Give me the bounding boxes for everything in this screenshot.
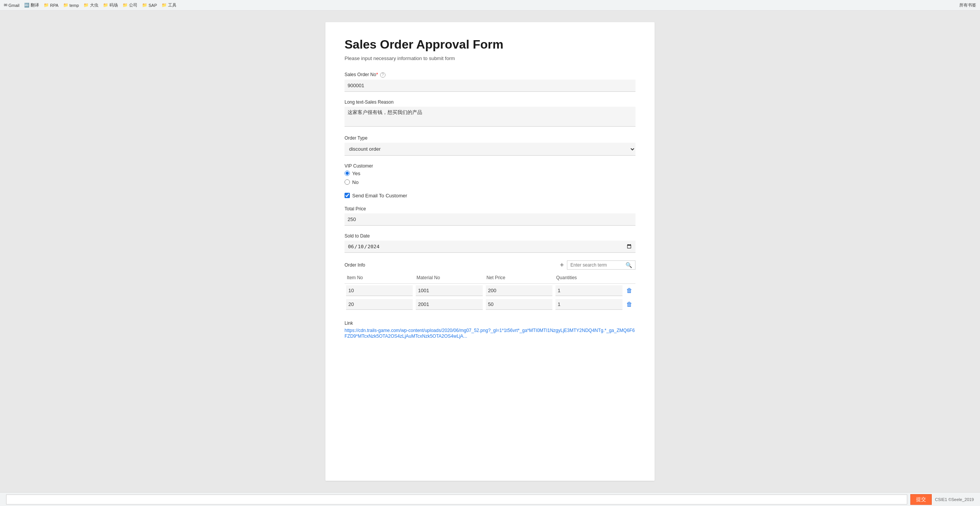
- help-icon[interactable]: ?: [380, 72, 385, 78]
- row1-delete-cell: 🗑: [624, 283, 635, 298]
- row1-quantities-input[interactable]: [555, 285, 622, 296]
- order-info-actions: + 🔍: [559, 260, 635, 270]
- row1-delete-button[interactable]: 🗑: [626, 286, 633, 295]
- submit-button[interactable]: 提交: [910, 494, 932, 505]
- vip-no-label: No: [352, 179, 359, 185]
- table-row: 🗑: [345, 283, 635, 298]
- folder-icon-temp: 📁: [63, 3, 69, 8]
- folder-icon-machang: 📁: [103, 3, 108, 8]
- col-actions: [624, 273, 635, 284]
- long-text-group: Long text-Sales Reason: [345, 99, 635, 128]
- row2-material-no-input[interactable]: [416, 299, 483, 310]
- bookmark-gmail[interactable]: ✉ Gmail: [4, 3, 20, 8]
- sales-order-no-input[interactable]: [345, 80, 635, 92]
- row2-quantities-cell: [554, 298, 624, 311]
- row1-item-no-input[interactable]: [346, 285, 413, 296]
- sold-to-date-label: Sold to Date: [345, 233, 635, 239]
- search-icon: 🔍: [626, 262, 632, 268]
- vip-no-radio[interactable]: [345, 179, 350, 185]
- folder-icon-rpa: 📁: [44, 3, 49, 8]
- send-email-label: Send Email To Customer: [352, 193, 407, 198]
- bookmark-machang[interactable]: 📁 码场: [103, 2, 118, 8]
- row1-net-price-cell: [484, 283, 554, 298]
- bottom-right-info: CSIE1 ©Seele_2019: [935, 497, 974, 502]
- order-info-group: Order Info + 🔍 Item No Material No: [345, 260, 635, 311]
- sold-to-date-input[interactable]: [345, 241, 635, 253]
- bottom-search-input[interactable]: [6, 495, 907, 504]
- table-row: 🗑: [345, 298, 635, 311]
- bookmark-tools[interactable]: 📁 工具: [162, 2, 176, 8]
- send-email-group: Send Email To Customer: [345, 193, 635, 198]
- row1-material-no-cell: [414, 283, 484, 298]
- row1-item-no-cell: [345, 283, 414, 298]
- folder-icon-dachong: 📁: [83, 3, 89, 8]
- bookmark-translate[interactable]: 🔤 翻译: [24, 2, 39, 8]
- row2-net-price-input[interactable]: [486, 299, 552, 310]
- vip-radio-group: Yes No: [345, 171, 635, 185]
- row2-delete-button[interactable]: 🗑: [626, 300, 633, 309]
- date-input-wrapper: [345, 241, 635, 253]
- long-text-input[interactable]: [345, 107, 635, 127]
- form-title: Sales Order Approval Form: [345, 37, 635, 52]
- vip-yes-radio[interactable]: [345, 171, 350, 176]
- vip-customer-group: VIP Customer Yes No: [345, 163, 635, 185]
- row2-quantities-input[interactable]: [555, 299, 622, 310]
- row1-quantities-cell: [554, 283, 624, 298]
- folder-icon-sap: 📁: [142, 3, 147, 8]
- total-price-input[interactable]: [345, 213, 635, 226]
- order-type-label: Order Type: [345, 135, 635, 141]
- browser-bar-right: 所有书签: [959, 2, 976, 8]
- link-url[interactable]: https://cdn.trails-game.com/wp-content/u…: [345, 328, 635, 339]
- browser-bar: ✉ Gmail 🔤 翻译 📁 RPA 📁 temp 📁 大虫 📁 码场 📁 公司…: [0, 0, 980, 11]
- bookmark-company[interactable]: 📁 公司: [122, 2, 137, 8]
- link-section: Link https://cdn.trails-game.com/wp-cont…: [345, 321, 635, 339]
- sales-order-no-group: Sales Order No* ?: [345, 72, 635, 92]
- total-price-label: Total Price: [345, 206, 635, 212]
- send-email-checkbox[interactable]: [345, 193, 350, 198]
- row2-net-price-cell: [484, 298, 554, 311]
- link-label: Link: [345, 321, 635, 326]
- row2-item-no-cell: [345, 298, 414, 311]
- order-table-header-row: Item No Material No Net Price Quantities: [345, 273, 635, 284]
- required-star: *: [376, 72, 378, 77]
- gmail-icon: ✉: [4, 3, 7, 8]
- all-bookmarks[interactable]: 所有书签: [959, 2, 976, 8]
- add-row-button[interactable]: +: [559, 261, 565, 269]
- long-text-label: Long text-Sales Reason: [345, 99, 635, 105]
- folder-icon-tools: 📁: [162, 3, 167, 8]
- vip-no-option[interactable]: No: [345, 179, 635, 185]
- sales-order-no-label: Sales Order No* ?: [345, 72, 635, 78]
- vip-yes-option[interactable]: Yes: [345, 171, 635, 176]
- sold-to-date-group: Sold to Date: [345, 233, 635, 253]
- col-net-price: Net Price: [484, 273, 554, 284]
- order-search-button[interactable]: 🔍: [626, 262, 632, 268]
- bookmark-rpa[interactable]: 📁 RPA: [44, 3, 59, 8]
- bookmark-temp[interactable]: 📁 temp: [63, 3, 79, 8]
- col-material-no: Material No: [414, 273, 484, 284]
- bottom-bar: 提交 CSIE1 ©Seele_2019: [0, 492, 980, 506]
- order-table-body: 🗑: [345, 283, 635, 311]
- row2-delete-cell: 🗑: [624, 298, 635, 311]
- col-item-no: Item No: [345, 273, 414, 284]
- bookmark-sap[interactable]: 📁 SAP: [142, 3, 157, 8]
- order-type-group: Order Type discount order regular order …: [345, 135, 635, 156]
- order-table-head: Item No Material No Net Price Quantities: [345, 273, 635, 284]
- bookmark-dachong[interactable]: 📁 大虫: [83, 2, 98, 8]
- row2-item-no-input[interactable]: [346, 299, 413, 310]
- send-email-checkbox-item[interactable]: Send Email To Customer: [345, 193, 635, 198]
- order-search-box: 🔍: [567, 260, 635, 270]
- row2-material-no-cell: [414, 298, 484, 311]
- order-info-label: Order Info: [345, 262, 365, 268]
- order-table: Item No Material No Net Price Quantities: [345, 273, 635, 311]
- form-subtitle: Please input necessary information to su…: [345, 55, 635, 61]
- total-price-group: Total Price: [345, 206, 635, 226]
- order-search-input[interactable]: [570, 262, 624, 268]
- form-card: Sales Order Approval Form Please input n…: [325, 22, 655, 481]
- order-info-header: Order Info + 🔍: [345, 260, 635, 270]
- row1-material-no-input[interactable]: [416, 285, 483, 296]
- row1-net-price-input[interactable]: [486, 285, 552, 296]
- main-area: Sales Order Approval Form Please input n…: [0, 11, 980, 492]
- vip-customer-label: VIP Customer: [345, 163, 635, 169]
- col-quantities: Quantities: [554, 273, 624, 284]
- order-type-select[interactable]: discount order regular order special ord…: [345, 143, 635, 156]
